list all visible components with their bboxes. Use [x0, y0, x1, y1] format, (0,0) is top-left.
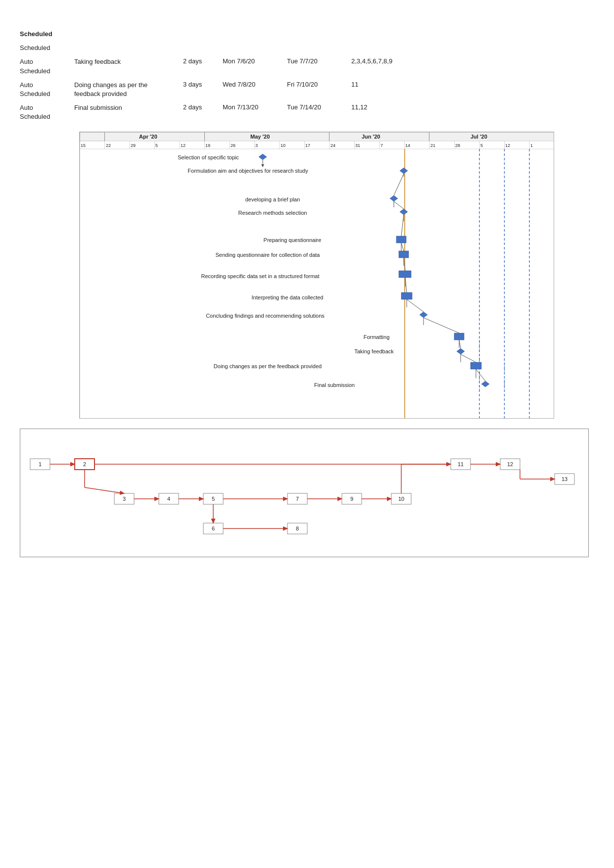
svg-text:12: 12	[507, 461, 513, 467]
svg-text:12: 12	[181, 143, 186, 148]
row3-predecessors: 11,12	[351, 103, 594, 111]
svg-text:31: 31	[355, 143, 360, 148]
svg-line-96	[401, 215, 404, 236]
svg-line-95	[394, 201, 404, 209]
svg-text:11: 11	[458, 461, 464, 467]
svg-text:May '20: May '20	[250, 134, 270, 140]
row3-duration: 2 days	[183, 103, 223, 111]
svg-text:14: 14	[405, 143, 410, 148]
svg-text:2: 2	[83, 461, 86, 467]
svg-line-100	[407, 299, 424, 312]
svg-text:Taking feedback: Taking feedback	[354, 348, 394, 354]
svg-rect-69	[396, 236, 406, 243]
svg-text:3: 3	[123, 496, 126, 502]
svg-rect-84	[454, 333, 464, 340]
row2-schedule: Auto Scheduled	[20, 81, 74, 98]
row1-predecessors: 2,3,4,5,6,7,8,9	[351, 57, 594, 65]
svg-text:21: 21	[430, 143, 435, 148]
row0-schedule: Scheduled	[20, 44, 74, 52]
svg-rect-11	[429, 132, 555, 141]
svg-text:24: 24	[331, 143, 335, 148]
svg-text:1: 1	[39, 461, 42, 467]
svg-line-103	[461, 354, 476, 362]
row2-start: Wed 7/8/20	[223, 81, 287, 88]
svg-text:5: 5	[155, 143, 158, 148]
row1-name: Taking feedback	[74, 57, 183, 66]
row3-schedule: Auto Scheduled	[20, 103, 74, 121]
svg-rect-14	[80, 141, 554, 149]
svg-text:Final submission: Final submission	[314, 382, 355, 388]
svg-text:3: 3	[255, 143, 258, 148]
svg-text:7: 7	[380, 143, 383, 148]
svg-text:17: 17	[305, 143, 310, 148]
network-svg: 1 2 3 4 5 6 7 8	[20, 429, 589, 557]
svg-text:12: 12	[505, 143, 510, 148]
row3-start: Mon 7/13/20	[223, 103, 287, 111]
svg-marker-87	[457, 348, 465, 354]
svg-rect-90	[471, 362, 481, 369]
svg-text:10: 10	[281, 143, 285, 148]
row1-start: Mon 7/6/20	[223, 57, 287, 65]
svg-marker-93	[481, 381, 489, 387]
svg-text:1: 1	[530, 143, 533, 148]
svg-marker-66	[400, 209, 408, 215]
svg-text:Formatting: Formatting	[364, 334, 390, 340]
svg-line-104	[476, 369, 485, 381]
row2-duration: 3 days	[183, 81, 223, 88]
col-header-schedule: Scheduled	[20, 30, 74, 39]
row2-finish: Fri 7/10/20	[287, 81, 351, 88]
svg-text:Interpreting the data collecte: Interpreting the data collected	[252, 294, 324, 300]
svg-text:22: 22	[106, 143, 111, 148]
svg-text:6: 6	[212, 526, 215, 531]
svg-text:Jun '20: Jun '20	[362, 134, 380, 140]
gantt-chart: Apr '20 May '20 Jun '20 Jul '20 15 22 29…	[79, 132, 594, 419]
row1-finish: Tue 7/7/20	[287, 57, 351, 65]
svg-text:developing a brief plan: developing a brief plan	[245, 196, 300, 202]
svg-text:13: 13	[562, 476, 567, 482]
svg-text:9: 9	[350, 496, 353, 502]
svg-line-94	[394, 174, 404, 195]
gantt-svg: Apr '20 May '20 Jun '20 Jul '20 15 22 29…	[79, 132, 554, 419]
svg-line-97	[401, 243, 404, 251]
svg-rect-75	[399, 271, 411, 278]
svg-text:Concluding findings and recomm: Concluding findings and recommending sol…	[206, 313, 325, 319]
svg-text:10: 10	[398, 496, 404, 502]
row1-duration: 2 days	[183, 57, 223, 65]
svg-text:19: 19	[205, 143, 210, 148]
svg-text:15: 15	[81, 143, 86, 148]
svg-text:Preparing questionnaire: Preparing questionnaire	[264, 237, 322, 243]
svg-text:8: 8	[296, 526, 299, 531]
svg-marker-60	[400, 168, 408, 174]
svg-text:Apr '20: Apr '20	[139, 134, 157, 140]
network-diagram: 1 2 3 4 5 6 7 8	[20, 429, 594, 557]
schedule-table: Scheduled Scheduled Auto Scheduled Takin…	[20, 30, 594, 122]
row1-schedule: Auto Scheduled	[20, 57, 74, 75]
svg-text:7: 7	[296, 496, 299, 502]
svg-marker-63	[390, 195, 398, 201]
svg-text:Recording specific data set in: Recording specific data set in a structu…	[201, 273, 319, 279]
svg-text:Doing changes as per the feedb: Doing changes as per the feedback provid…	[214, 363, 322, 369]
svg-text:Sending questionnaire for coll: Sending questionnaire for collection of …	[216, 252, 321, 258]
svg-text:Formulation aim and objectives: Formulation aim and objectives for resea…	[188, 168, 308, 174]
svg-marker-81	[420, 312, 427, 318]
row2-predecessors: 11	[351, 81, 594, 88]
row3-finish: Tue 7/14/20	[287, 103, 351, 111]
svg-text:Research methods selection: Research methods selection	[238, 210, 307, 216]
svg-rect-78	[401, 292, 412, 299]
svg-text:28: 28	[455, 143, 460, 148]
row3-name: Final submission	[74, 103, 183, 112]
svg-text:5: 5	[212, 496, 215, 502]
svg-rect-72	[399, 251, 409, 258]
svg-text:5: 5	[480, 143, 483, 148]
svg-text:4: 4	[167, 496, 170, 502]
svg-marker-57	[259, 154, 267, 160]
row2-name: Doing changes as per the feedback provid…	[74, 81, 183, 98]
svg-text:29: 29	[131, 143, 136, 148]
svg-text:Jul '20: Jul '20	[471, 134, 487, 140]
svg-text:Selection of specific  topic: Selection of specific topic	[178, 154, 239, 160]
svg-line-101	[424, 318, 459, 333]
svg-text:26: 26	[231, 143, 236, 148]
